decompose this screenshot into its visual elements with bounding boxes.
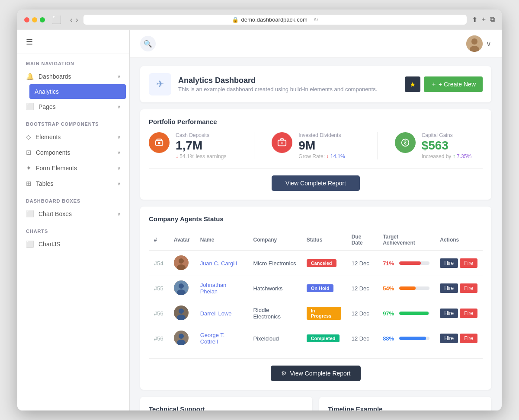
- star-button[interactable]: ★: [405, 76, 420, 92]
- browser-dots: [24, 17, 45, 22]
- row-name[interactable]: Juan C. Cargill: [195, 251, 248, 276]
- fire-button[interactable]: Fire: [460, 309, 477, 318]
- col-name: Name: [195, 229, 248, 251]
- row-company: Pixelcloud: [248, 326, 301, 351]
- metric-invested: Invested Dividents 9M Grow Rate: ↓ 14.1%: [272, 132, 359, 159]
- cash-sub: ↓ 54.1% less earnings: [176, 153, 226, 159]
- app-container: ☰ MAIN NAVIGATION 🔔 Dashboards ∨ Analyti…: [17, 30, 502, 410]
- status-badge: Canceled: [307, 259, 336, 267]
- search-button[interactable]: 🔍: [140, 36, 156, 51]
- progress-pct: 88%: [383, 335, 397, 342]
- hamburger-icon[interactable]: ☰: [26, 37, 33, 47]
- back-button[interactable]: ‹: [70, 16, 72, 24]
- fire-button[interactable]: Fire: [460, 334, 477, 343]
- components-chevron-icon: ∨: [117, 150, 121, 156]
- divider-1: [254, 132, 254, 159]
- svg-point-13: [179, 283, 184, 289]
- sidebar-item-chart-boxes[interactable]: ⬜ Chart Boxes ∨: [17, 206, 129, 222]
- row-name[interactable]: Johnathan Phelan: [195, 276, 248, 301]
- hire-button[interactable]: Hire: [440, 258, 458, 268]
- sidebar-item-pages[interactable]: ⬜ Pages ∨: [17, 99, 129, 115]
- row-due-date: 12 Dec: [346, 276, 378, 301]
- hire-button[interactable]: Hire: [440, 309, 458, 318]
- capital-icon: [395, 132, 416, 153]
- tables-chevron-icon: ∨: [117, 181, 121, 187]
- sidebar-item-tables[interactable]: ⊞ Tables ∨: [17, 176, 129, 191]
- pages-icon: ⬜: [26, 103, 34, 111]
- chartjs-label: ChartJS: [38, 241, 61, 248]
- agents-table-body: #54 Juan C. Cargill Micro Electronics Ca…: [149, 251, 483, 351]
- timeline-title: Timeline Example: [328, 405, 483, 410]
- browser-actions: ⬆ + ⧉: [472, 16, 495, 24]
- fire-button[interactable]: Fire: [460, 283, 477, 293]
- row-name[interactable]: George T. Cottrell: [195, 326, 248, 351]
- divider-2: [377, 132, 378, 159]
- user-avatar[interactable]: [466, 35, 483, 52]
- row-company: Hatchworks: [248, 276, 301, 301]
- dot-yellow[interactable]: [32, 17, 37, 22]
- svg-point-4: [158, 142, 160, 144]
- progress-bar-container: 88%: [383, 335, 429, 342]
- share-icon[interactable]: ⬆: [472, 16, 477, 24]
- progress-track: [399, 312, 429, 315]
- user-chevron-icon[interactable]: ∨: [486, 40, 491, 48]
- hire-button[interactable]: Hire: [440, 334, 458, 343]
- refresh-icon[interactable]: ↻: [314, 16, 318, 23]
- dot-green[interactable]: [40, 17, 45, 22]
- row-name[interactable]: Darrell Lowe: [195, 301, 248, 326]
- col-num: #: [149, 229, 169, 251]
- status-badge: In Progress: [307, 307, 341, 320]
- page-header-actions: ★ ＋ + Create New: [405, 76, 483, 92]
- row-num: #54: [149, 251, 169, 276]
- agent-name-link[interactable]: Darrell Lowe: [200, 310, 232, 317]
- sidebar-item-components[interactable]: ⊡ Components ∨: [17, 145, 129, 160]
- row-status: In Progress: [301, 301, 346, 326]
- col-target: Target Achievement: [378, 229, 435, 251]
- new-tab-icon[interactable]: +: [482, 16, 486, 24]
- agents-table-head: # Avatar Name Company Status Due Date Ta…: [149, 229, 483, 251]
- action-buttons: Hire Fire: [440, 309, 477, 318]
- grow-rate-text: Grow Rate:: [298, 153, 325, 159]
- chart-boxes-chevron-icon: ∨: [117, 211, 121, 217]
- progress-bar-container: 97%: [383, 310, 429, 317]
- invested-metric-text: Invested Dividents 9M Grow Rate: ↓ 14.1%: [298, 132, 345, 159]
- create-new-button[interactable]: ＋ + Create New: [424, 76, 483, 92]
- form-elements-icon: ✦: [26, 164, 32, 172]
- sidebar-sub-dashboards: Analytics: [17, 84, 129, 99]
- sidebar-toggle-icon[interactable]: ⬜: [52, 15, 61, 25]
- agent-name-link[interactable]: Johnathan Phelan: [200, 282, 227, 295]
- main-nav-label: MAIN NAVIGATION: [17, 54, 129, 69]
- address-bar[interactable]: 🔒 demo.dashboardpack.com ↻: [83, 15, 467, 25]
- row-actions: Hire Fire: [435, 326, 483, 351]
- browser-titlebar: ⬜ ‹ › 🔒 demo.dashboardpack.com ↻ ⬆ + ⧉: [17, 10, 502, 30]
- metric-capital: Capital Gains $563 Increased by ↑ 7.35%: [395, 132, 483, 159]
- agent-avatar: [174, 280, 189, 295]
- agent-avatar: [174, 331, 189, 345]
- svg-point-1: [471, 38, 477, 45]
- agents-view-report-button[interactable]: ⚙ View Complete Report: [271, 366, 361, 381]
- sidebar-item-analytics[interactable]: Analytics: [29, 84, 126, 99]
- forward-button[interactable]: ›: [76, 16, 78, 24]
- hire-button[interactable]: Hire: [440, 283, 458, 293]
- agents-table-header-row: # Avatar Name Company Status Due Date Ta…: [149, 229, 483, 251]
- technical-support-title: Technical Support: [149, 405, 304, 410]
- dashboard-icon: 🔔: [26, 73, 34, 80]
- fire-button[interactable]: Fire: [460, 258, 477, 268]
- svg-point-10: [179, 258, 184, 264]
- row-status: On Hold: [301, 276, 346, 301]
- row-due-date: 12 Dec: [346, 301, 378, 326]
- progress-fill: [399, 312, 429, 315]
- row-target: 54%: [378, 276, 435, 301]
- sidebar-item-dashboards[interactable]: 🔔 Dashboards ∨: [17, 69, 129, 84]
- portfolio-view-report-button[interactable]: View Complete Report: [272, 175, 360, 191]
- sidebar-item-chartjs[interactable]: ⬜ ChartJS: [17, 236, 129, 252]
- windows-icon[interactable]: ⧉: [490, 16, 495, 24]
- sidebar-item-elements[interactable]: ◇ Elements ∨: [17, 129, 129, 145]
- status-badge: On Hold: [307, 284, 334, 292]
- agent-name-link[interactable]: Juan C. Cargill: [200, 260, 237, 267]
- dot-red[interactable]: [24, 17, 29, 22]
- sidebar-item-form-elements[interactable]: ✦ Form Elements ∨: [17, 160, 129, 176]
- agent-name-link[interactable]: George T. Cottrell: [200, 332, 225, 345]
- page-title: Analytics Dashboard: [178, 76, 377, 85]
- progress-bar-container: 54%: [383, 285, 429, 292]
